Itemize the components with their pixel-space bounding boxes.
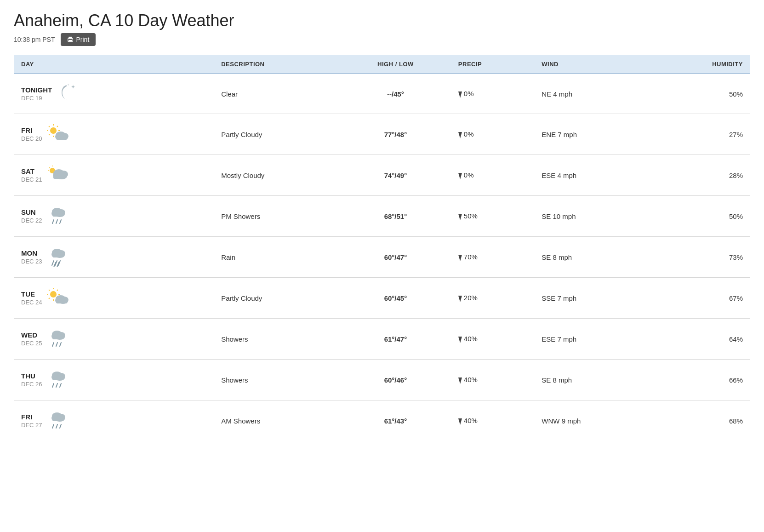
day-cell: FRI DEC 27 xyxy=(14,400,214,441)
precip-cell: 20% xyxy=(451,278,534,319)
high-low-cell: 60°/45° xyxy=(340,278,451,319)
description-cell: Partly Cloudy xyxy=(214,278,340,319)
day-cell: MON DEC 23 xyxy=(14,237,214,278)
high-low-cell: 77°/48° xyxy=(340,114,451,155)
description-cell: Showers xyxy=(214,360,340,400)
day-cell: TONIGHT DEC 19 ✦ + xyxy=(14,74,214,114)
description-cell: Clear xyxy=(214,74,340,114)
table-row: TUE DEC 24 Partly Cloudy 60°/45° xyxy=(14,278,750,319)
precip-cell: 40% xyxy=(451,319,534,360)
day-cell: WED DEC 25 xyxy=(14,319,214,360)
humidity-cell: 73% xyxy=(651,237,750,278)
high-low-cell: 74°/49° xyxy=(340,155,451,196)
wind-cell: SE 8 mph xyxy=(534,237,651,278)
precip-icon xyxy=(458,296,462,302)
precip-cell: 40% xyxy=(451,360,534,400)
svg-line-54 xyxy=(57,290,58,291)
day-date: DEC 23 xyxy=(21,258,42,265)
humidity-cell: 64% xyxy=(651,319,750,360)
svg-line-76 xyxy=(60,383,61,387)
day-cell: SAT DEC 21 xyxy=(14,155,214,196)
day-name: THU xyxy=(21,372,42,380)
humidity-cell: 66% xyxy=(651,360,750,400)
svg-line-55 xyxy=(49,298,50,299)
table-row: MON DEC 23 Rain 60°/47° 70% SE 8 mph 73 xyxy=(14,237,750,278)
svg-line-66 xyxy=(52,343,54,346)
svg-text:✦: ✦ xyxy=(71,84,75,90)
precip-icon xyxy=(458,173,462,179)
day-cell: TUE DEC 24 xyxy=(14,278,214,319)
humidity-cell: 27% xyxy=(651,114,750,155)
weather-icon xyxy=(47,408,70,434)
col-header-description: DESCRIPTION xyxy=(214,55,340,74)
day-name: MON xyxy=(21,249,42,257)
print-button[interactable]: Print xyxy=(61,33,96,46)
day-date: DEC 27 xyxy=(21,422,42,429)
timestamp: 10:38 pm PST xyxy=(14,36,55,43)
wind-cell: ESE 7 mph xyxy=(534,319,651,360)
wind-cell: SE 10 mph xyxy=(534,196,651,237)
precip-icon xyxy=(458,214,462,220)
svg-rect-60 xyxy=(56,301,67,303)
print-label: Print xyxy=(76,36,90,43)
svg-rect-33 xyxy=(52,213,63,217)
day-date: DEC 25 xyxy=(21,340,42,347)
precip-icon xyxy=(458,418,462,425)
svg-line-68 xyxy=(60,343,61,346)
day-date: DEC 21 xyxy=(21,176,42,183)
svg-line-52 xyxy=(49,290,50,291)
svg-line-74 xyxy=(52,383,54,387)
svg-line-35 xyxy=(56,220,57,223)
table-row: SAT DEC 21 Mostly Cloudy 74°/49° 0% ESE … xyxy=(14,155,750,196)
table-row: FRI DEC 20 Partly Cloudy 77°/48° xyxy=(14,114,750,155)
svg-line-67 xyxy=(56,343,57,346)
table-row: WED DEC 25 Showers 61°/47° 40% ESE 7 mph… xyxy=(14,319,750,360)
day-name: TUE xyxy=(21,290,42,298)
svg-line-84 xyxy=(60,424,61,428)
weather-icon xyxy=(47,326,70,352)
humidity-cell: 68% xyxy=(651,400,750,441)
svg-text:+: + xyxy=(67,83,69,87)
day-name: FRI xyxy=(21,413,42,421)
col-header-precip: PRECIP xyxy=(451,55,534,74)
precip-icon xyxy=(458,92,462,98)
svg-line-11 xyxy=(49,126,50,127)
day-date: DEC 26 xyxy=(21,381,42,388)
svg-line-36 xyxy=(60,220,61,223)
high-low-cell: 68°/51° xyxy=(340,196,451,237)
col-header-day: DAY xyxy=(14,55,214,74)
description-cell: Showers xyxy=(214,319,340,360)
table-row: TONIGHT DEC 19 ✦ + Clear --/45° 0% NE 4 … xyxy=(14,74,750,114)
description-cell: Mostly Cloudy xyxy=(214,155,340,196)
svg-rect-28 xyxy=(53,176,65,179)
precip-cell: 0% xyxy=(451,155,534,196)
day-name: WED xyxy=(21,331,42,339)
day-cell: SUN DEC 22 xyxy=(14,196,214,237)
day-name: TONIGHT xyxy=(21,86,52,94)
svg-rect-65 xyxy=(52,336,63,339)
precip-cell: 0% xyxy=(451,74,534,114)
table-header-row: DAY DESCRIPTION HIGH / LOW PRECIP WIND H… xyxy=(14,55,750,74)
precip-cell: 70% xyxy=(451,237,534,278)
high-low-cell: 60°/46° xyxy=(340,360,451,400)
weather-icon xyxy=(47,244,70,270)
weather-icon xyxy=(47,121,70,147)
page-title: Anaheim, CA 10 Day Weather xyxy=(14,11,750,30)
svg-rect-73 xyxy=(52,377,63,380)
svg-line-13 xyxy=(57,126,58,127)
col-header-high-low: HIGH / LOW xyxy=(340,55,451,74)
high-low-cell: --/45° xyxy=(340,74,451,114)
print-icon xyxy=(67,36,74,43)
wind-cell: SE 8 mph xyxy=(534,360,651,400)
humidity-cell: 50% xyxy=(651,74,750,114)
day-name: FRI xyxy=(21,126,42,134)
svg-line-34 xyxy=(52,220,54,223)
svg-line-82 xyxy=(52,424,54,428)
day-date: DEC 22 xyxy=(21,217,42,224)
humidity-cell: 28% xyxy=(651,155,750,196)
day-cell: FRI DEC 20 xyxy=(14,114,214,155)
wind-cell: ESE 4 mph xyxy=(534,155,651,196)
humidity-cell: 67% xyxy=(651,278,750,319)
svg-rect-41 xyxy=(52,254,63,257)
wind-cell: NE 4 mph xyxy=(534,74,651,114)
